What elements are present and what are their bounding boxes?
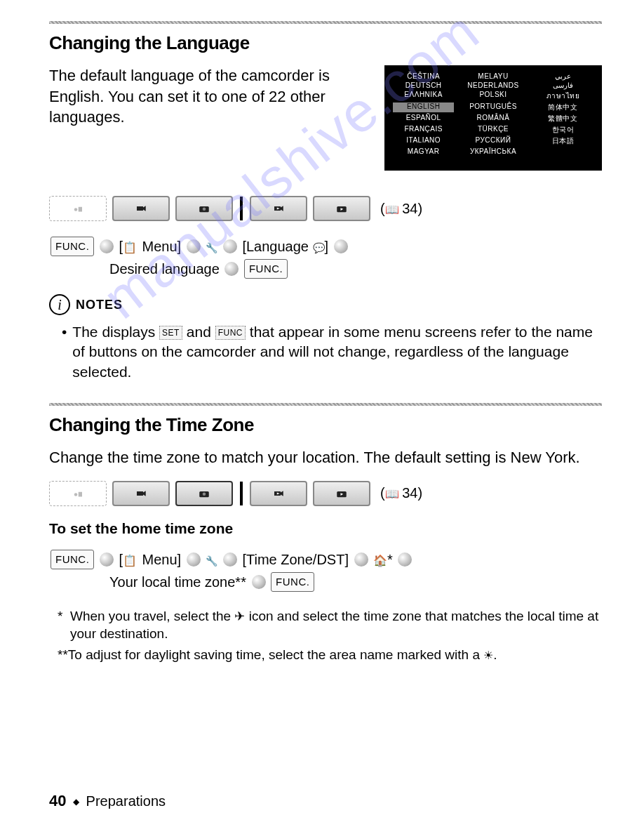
book-icon (385, 485, 402, 501)
intro-text-timezone: Change the time zone to match your locat… (49, 447, 602, 468)
mode-photo-play-icon (313, 196, 370, 221)
lang-item: MELAYU (462, 72, 523, 80)
menu-icon (123, 239, 138, 254)
set-button-graphic: SET (159, 326, 182, 340)
func-button: FUNC. (51, 237, 94, 256)
page-reference: (34) (380, 201, 422, 217)
mode-separator (240, 482, 243, 505)
divider (49, 21, 602, 24)
dial-icon (100, 239, 114, 253)
notes-heading: NOTES (76, 298, 123, 312)
mode-video-rec-icon (112, 481, 170, 506)
svg-rect-2 (137, 206, 143, 211)
sequence-language: FUNC. [ Menu] [Language ] Desired langua… (49, 235, 602, 280)
svg-rect-12 (79, 491, 82, 496)
chapter-name: Preparations (86, 793, 166, 809)
lang-item: NEDERLANDS (462, 81, 523, 89)
local-tz-text: Your local time zone** (109, 574, 246, 590)
page-number: 40 (49, 792, 66, 809)
func-button-graphic: FUNC (215, 326, 246, 340)
notes-bullet: • The displays SET and FUNC that appear … (49, 322, 602, 382)
svg-point-0 (74, 208, 78, 211)
dial-icon (334, 239, 348, 253)
dial-icon (223, 552, 237, 567)
lang-item: РУССКИЙ (462, 136, 523, 146)
divider (49, 403, 602, 406)
lang-item: ESPAÑOL (393, 114, 454, 124)
language-label: Language (246, 239, 309, 254)
lang-item: 한국어 (532, 125, 593, 135)
mode-video-rec-icon (112, 196, 170, 221)
lang-item-selected: ENGLISH (393, 102, 454, 112)
mode-photo-rec-icon (175, 196, 233, 221)
lang-item: ภาษาไทย (532, 91, 593, 101)
wrench-icon (206, 239, 217, 254)
func-button: FUNC. (244, 259, 288, 279)
mode-photo-play-icon (313, 481, 370, 506)
page-reference: (34) (380, 485, 422, 501)
lang-item: 日本語 (532, 136, 593, 146)
dial-icon (252, 575, 266, 589)
svg-marker-14 (143, 491, 146, 496)
mode-video-play-icon (250, 196, 307, 221)
lang-item: ROMÂNĂ (462, 114, 523, 124)
lang-item: DEUTSCH (393, 81, 454, 89)
sequence-timezone: FUNC. [ Menu] [Time Zone/DST] * Your loc… (49, 548, 602, 593)
dial-icon (354, 552, 368, 567)
section-title-language: Changing the Language (49, 32, 602, 54)
info-icon: i (49, 294, 70, 315)
lang-item: TÜRKÇE (462, 125, 523, 135)
svg-marker-8 (281, 206, 283, 211)
svg-rect-13 (137, 491, 143, 496)
speech-icon (313, 239, 325, 254)
page-footer: 40 ◆ Preparations (49, 792, 166, 810)
footnotes: * When you travel, select the icon and s… (49, 607, 602, 664)
sun-icon (483, 647, 493, 662)
home-icon (373, 552, 387, 567)
mode-dual-icon (49, 196, 107, 221)
intro-text-language: The default language of the camcorder is… (49, 65, 365, 128)
language-screenshot: ČEŠTINAMELAYUعربي DEUTSCHNEDERLANDSفارسی… (384, 65, 602, 171)
dial-icon (398, 552, 412, 567)
lang-item (532, 147, 593, 155)
mode-photo-rec-icon (175, 481, 233, 506)
lang-item: MAGYAR (393, 147, 454, 155)
func-button: FUNC. (271, 572, 314, 592)
lang-item: ČEŠTINA (393, 72, 454, 80)
svg-point-5 (203, 208, 206, 211)
lang-item: УКРАЇНСЬКА (462, 147, 523, 155)
menu-label: Menu (142, 239, 177, 254)
dial-icon (187, 239, 201, 253)
lang-item: FRANÇAIS (393, 125, 454, 135)
lang-item: 繁體中文 (532, 114, 593, 124)
svg-rect-1 (79, 207, 82, 212)
lang-item: ITALIANO (393, 136, 454, 146)
airplane-icon (234, 609, 245, 623)
lang-item: 简体中文 (532, 102, 593, 112)
mode-dual-icon (49, 481, 107, 506)
mode-row-1: (34) (49, 196, 602, 221)
wrench-icon (206, 552, 217, 567)
mode-video-play-icon (250, 481, 307, 506)
lang-item: POLSKI (462, 91, 523, 101)
menu-label: Menu (142, 552, 177, 567)
lang-item: فارسی (532, 81, 593, 89)
book-icon (385, 201, 402, 216)
svg-marker-19 (281, 491, 283, 496)
section-title-timezone: Changing the Time Zone (49, 414, 602, 436)
desired-language-text: Desired language (109, 261, 220, 277)
dial-icon (223, 239, 237, 253)
lang-item: PORTUGUÊS (462, 102, 523, 112)
sub-heading-home-tz: To set the home time zone (49, 520, 602, 537)
func-button: FUNC. (51, 550, 94, 569)
dial-icon (100, 552, 114, 567)
svg-point-16 (203, 492, 206, 496)
mode-row-2: (34) (49, 481, 602, 506)
timezone-label: Time Zone/DST (246, 552, 344, 567)
lang-item: عربي (532, 72, 593, 80)
svg-point-11 (74, 493, 78, 496)
mode-separator (240, 197, 243, 220)
menu-icon (123, 552, 138, 567)
dial-icon (224, 262, 239, 276)
dial-icon (187, 552, 201, 567)
